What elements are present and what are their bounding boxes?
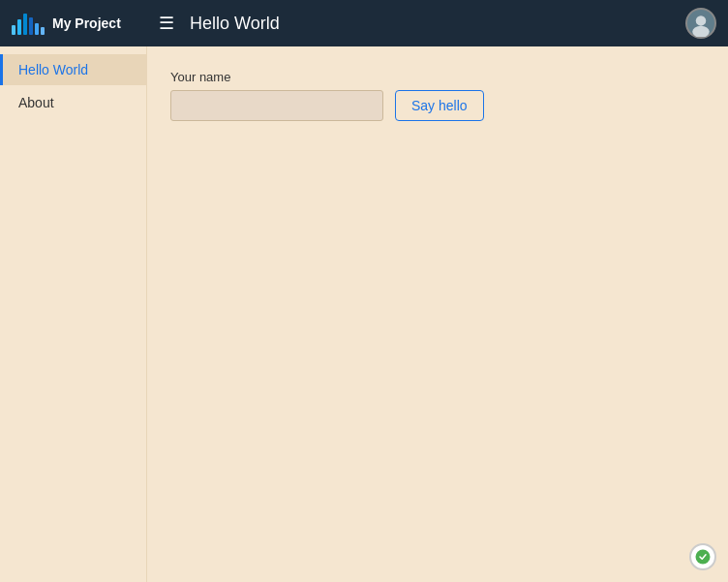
logo-bar-6 (41, 27, 45, 35)
logo-bar-2 (17, 19, 21, 35)
name-input[interactable] (170, 90, 383, 121)
layout: Hello World About Your name Say hello (0, 46, 728, 582)
topbar: My Project ☰ Hello World (0, 0, 728, 46)
logo-area: My Project (0, 0, 147, 46)
avatar[interactable] (685, 8, 716, 39)
main-content: Your name Say hello (147, 46, 728, 582)
topbar-title: Hello World (190, 14, 685, 34)
logo-bar-3 (23, 14, 27, 35)
logo-icon (12, 12, 45, 35)
logo-bar-1 (12, 25, 15, 35)
form-row: Your name Say hello (170, 70, 705, 121)
sidebar-item-label-about: About (18, 95, 54, 110)
name-form-group: Your name (170, 70, 383, 121)
svg-point-3 (696, 550, 711, 565)
logo-bar-5 (35, 23, 39, 35)
sidebar: Hello World About (0, 46, 147, 582)
name-label: Your name (170, 70, 383, 84)
sidebar-item-label-hello: Hello World (18, 62, 88, 77)
svg-point-1 (696, 15, 707, 26)
say-hello-button[interactable]: Say hello (395, 90, 484, 121)
logo-bar-4 (29, 17, 33, 35)
sidebar-item-about[interactable]: About (0, 85, 146, 120)
sidebar-item-hello-world[interactable]: Hello World (0, 54, 146, 85)
menu-icon[interactable]: ☰ (159, 15, 174, 32)
app-name: My Project (52, 15, 121, 31)
bottom-widget[interactable] (689, 543, 716, 570)
